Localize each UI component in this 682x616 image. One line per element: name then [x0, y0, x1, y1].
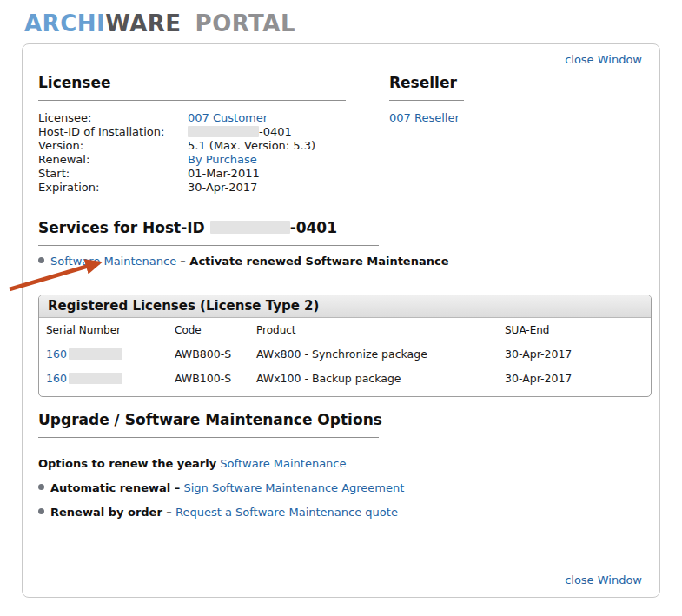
portal-panel: close Window Licensee Licensee: 007 Cust…: [22, 43, 660, 598]
request-quote-link[interactable]: Request a Software Maintenance quote: [175, 506, 398, 519]
host-id-suffix: -0401: [259, 125, 292, 138]
customer-link[interactable]: 007 Customer: [188, 111, 268, 124]
version-row: Version: 5.1 (Max. Version: 5.3): [38, 139, 389, 153]
redacted-serial: [69, 348, 122, 360]
software-maintenance-desc: – Activate renewed Software Maintenance: [180, 255, 448, 268]
sua-end-cell: 30-Apr-2017: [505, 372, 642, 386]
col-sua-end: SUA-End: [505, 323, 642, 337]
host-id-label: Host-ID of Installation:: [38, 125, 188, 139]
sign-agreement-link[interactable]: Sign Software Maintenance Agreement: [183, 481, 404, 494]
bullet-icon: [38, 508, 44, 514]
renewal-row: Renewal: By Purchase: [38, 153, 389, 167]
reseller-section: Reseller 007 Reseller: [389, 72, 642, 195]
table-row: 160 AWB800-S AWx800 - Synchronize packag…: [46, 348, 642, 361]
redacted-host-id-heading: [210, 221, 290, 234]
services-divider: [38, 245, 379, 246]
licensee-divider: [38, 100, 346, 101]
services-title: Services for Host-ID -0401: [38, 217, 642, 238]
close-window-link-top[interactable]: close Window: [565, 53, 642, 66]
version-label: Version:: [38, 139, 188, 153]
serial-number-link[interactable]: 160: [46, 372, 67, 385]
logo-ware: WARE: [105, 10, 181, 36]
renewal-label: Renewal:: [38, 153, 188, 167]
host-id-row: Host-ID of Installation: -0401: [38, 125, 389, 139]
col-product: Product: [256, 323, 505, 337]
product-cell: AWx800 - Synchronize package: [256, 348, 505, 361]
upgrade-intro: Options to renew the yearly Software Mai…: [38, 457, 642, 471]
expiration-value: 30-Apr-2017: [188, 181, 389, 195]
renewal-by-order-item: Renewal by order – Request a Software Ma…: [38, 506, 642, 520]
expiration-label: Expiration:: [38, 181, 188, 195]
software-maintenance-link[interactable]: Software Maintenance: [50, 255, 176, 268]
upgrade-options-section: Upgrade / Software Maintenance Options O…: [38, 409, 642, 520]
licensee-reseller-section: Licensee Licensee: 007 Customer Host-ID …: [38, 72, 642, 195]
reseller-title: Reseller: [389, 72, 642, 93]
renewal-by-purchase-link[interactable]: By Purchase: [188, 153, 257, 166]
renewal-by-order-text: Renewal by order –: [50, 506, 172, 519]
licensee-row: Licensee: 007 Customer: [38, 111, 389, 125]
col-serial-number: Serial Number: [46, 323, 175, 337]
archiware-portal-logo: ARCHIWAREPORTAL: [24, 10, 295, 36]
licenses-column-headers: Serial Number Code Product SUA-End: [46, 323, 642, 337]
licenses-table-body: Serial Number Code Product SUA-End 160 A…: [39, 318, 651, 396]
bullet-icon: [38, 484, 44, 490]
logo-portal: PORTAL: [195, 10, 295, 36]
redacted-serial: [69, 373, 122, 384]
close-window-link-bottom[interactable]: close Window: [565, 573, 642, 586]
serial-number-link[interactable]: 160: [46, 348, 67, 361]
upgrade-title: Upgrade / Software Maintenance Options: [38, 409, 642, 430]
software-maintenance-item: Software Maintenance – Activate renewed …: [38, 255, 642, 268]
col-code: Code: [175, 323, 256, 337]
sua-end-cell: 30-Apr-2017: [505, 348, 642, 361]
code-cell: AWB100-S: [175, 372, 256, 386]
start-row: Start: 01-Mar-2011: [38, 167, 389, 181]
registered-licenses-table: Registered Licenses (License Type 2) Ser…: [38, 295, 652, 397]
code-cell: AWB800-S: [175, 348, 256, 361]
upgrade-intro-text: Options to renew the yearly: [38, 457, 216, 470]
reseller-link[interactable]: 007 Reseller: [389, 111, 460, 124]
licensee-section: Licensee Licensee: 007 Customer Host-ID …: [38, 72, 389, 195]
reseller-divider: [389, 100, 464, 101]
automatic-renewal-text: Automatic renewal –: [50, 481, 180, 494]
upgrade-divider: [38, 437, 379, 438]
licensee-title: Licensee: [38, 72, 389, 93]
licenses-table-title: Registered Licenses (License Type 2): [39, 295, 651, 318]
start-label: Start:: [38, 167, 188, 181]
redacted-host-id: [188, 126, 259, 137]
logo-archi: ARCHI: [24, 10, 105, 36]
expiration-row: Expiration: 30-Apr-2017: [38, 181, 389, 195]
table-row: 160 AWB100-S AWx100 - Backup package 30-…: [46, 372, 642, 386]
software-maintenance-info-link[interactable]: Software Maintenance: [220, 457, 346, 470]
licensee-details: Licensee: 007 Customer Host-ID of Instal…: [38, 111, 389, 195]
start-value: 01-Mar-2011: [188, 167, 389, 181]
version-value: 5.1 (Max. Version: 5.3): [188, 139, 389, 153]
automatic-renewal-item: Automatic renewal – Sign Software Mainte…: [38, 481, 642, 495]
services-section: Services for Host-ID -0401 Software Main…: [38, 217, 642, 268]
product-cell: AWx100 - Backup package: [256, 372, 505, 386]
close-window-top-row: close Window: [38, 53, 642, 67]
licensee-label: Licensee:: [38, 111, 188, 125]
bullet-icon: [38, 257, 44, 263]
